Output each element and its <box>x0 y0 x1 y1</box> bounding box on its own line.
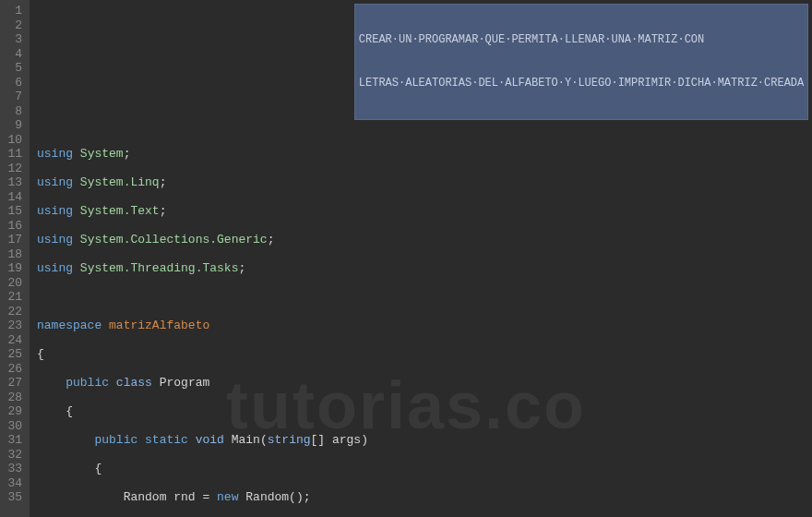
line-number: 10 <box>4 133 22 148</box>
ns-generic: System.Collections.Generic <box>80 233 268 246</box>
line-number: 32 <box>4 448 22 463</box>
line-number: 34 <box>4 476 22 491</box>
line-number: 14 <box>4 190 22 205</box>
code-editor[interactable]: 1234567891011121314151617181920212223242… <box>0 0 812 517</box>
ns-system: System <box>80 147 124 161</box>
line-number: 9 <box>4 118 22 133</box>
comment-line-1: CREAR·UN·PROGRAMAR·QUE·PERMITA·LLENAR·UN… <box>359 33 804 48</box>
ns-linq: System.Linq <box>80 175 160 189</box>
line-number: 13 <box>4 175 22 190</box>
line-number: 16 <box>4 219 22 234</box>
line-number: 18 <box>4 247 22 262</box>
line-number: 29 <box>4 404 22 419</box>
kw-using: using <box>37 147 73 161</box>
line-number: 4 <box>4 47 22 62</box>
line-number: 2 <box>4 18 22 33</box>
line-number: 7 <box>4 90 22 104</box>
line-number: 30 <box>4 419 22 434</box>
namespace-name: matrizAlfabeto <box>109 319 209 332</box>
line-number: 25 <box>4 347 22 362</box>
line-number: 24 <box>4 333 22 348</box>
line-number: 20 <box>4 276 22 291</box>
line-number: 19 <box>4 261 22 276</box>
kw-namespace: namespace <box>37 319 102 332</box>
line-number: 1 <box>4 4 22 18</box>
line-number: 6 <box>4 76 22 90</box>
method-main: Main <box>232 433 260 447</box>
line-number: 35 <box>4 490 22 505</box>
line-number: 27 <box>4 376 22 391</box>
line-number-gutter: 1234567891011121314151617181920212223242… <box>0 0 30 517</box>
code-area[interactable]: CREAR·UN·PROGRAMAR·QUE·PERMITA·LLENAR·UN… <box>30 0 812 517</box>
line-number: 15 <box>4 204 22 219</box>
line-number: 28 <box>4 391 22 405</box>
line-number: 3 <box>4 32 22 47</box>
class-name: Program <box>160 376 210 390</box>
line-number: 23 <box>4 319 22 333</box>
line-number: 22 <box>4 305 22 319</box>
line-number: 12 <box>4 162 22 176</box>
line-number: 5 <box>4 61 22 76</box>
line-number: 8 <box>4 104 22 119</box>
ns-text: System.Text <box>80 204 160 218</box>
line-number: 31 <box>4 433 22 448</box>
line-number: 26 <box>4 362 22 377</box>
line-number: 11 <box>4 147 22 162</box>
line-number: 33 <box>4 462 22 476</box>
line-number: 17 <box>4 233 22 247</box>
line-number: 21 <box>4 290 22 305</box>
ns-tasks: System.Threading.Tasks <box>80 261 239 275</box>
